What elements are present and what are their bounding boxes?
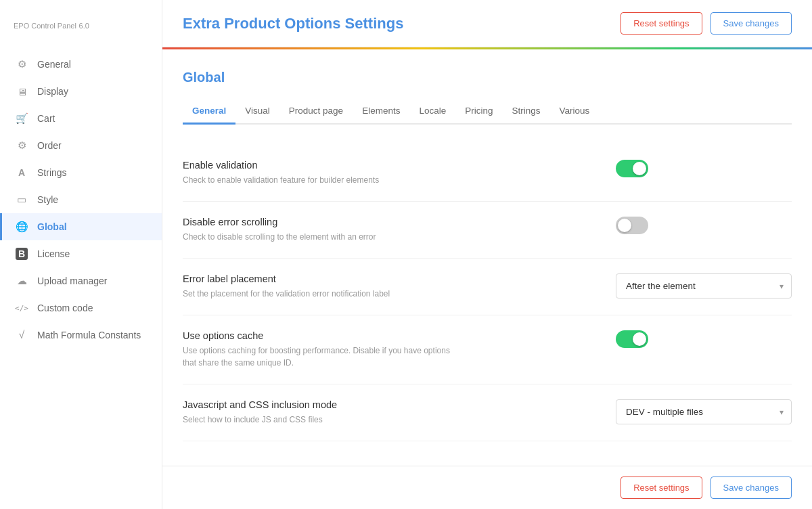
setting-control-enable-validation bbox=[616, 160, 792, 177]
setting-info-error-label-placement: Error label placement Set the placement … bbox=[183, 273, 602, 300]
sidebar-item-order[interactable]: ⚙ Order bbox=[0, 132, 162, 159]
setting-js-css-inclusion: Javascript and CSS inclusion mode Select… bbox=[183, 384, 792, 441]
license-icon: B bbox=[16, 248, 28, 260]
setting-info-js-css-inclusion: Javascript and CSS inclusion mode Select… bbox=[183, 399, 602, 426]
tab-product-page[interactable]: Product page bbox=[279, 99, 353, 125]
footer: Reset settings Save changes bbox=[162, 466, 812, 509]
tab-visual[interactable]: Visual bbox=[235, 99, 279, 125]
order-icon: ⚙ bbox=[16, 139, 28, 152]
setting-info-use-options-cache: Use options cache Use options caching fo… bbox=[183, 330, 602, 369]
sidebar-label-math: Math Formula Constants bbox=[37, 330, 141, 340]
save-changes-button-top[interactable]: Save changes bbox=[710, 12, 792, 35]
setting-enable-validation: Enable validation Check to enable valida… bbox=[183, 145, 792, 202]
section-title: Global bbox=[183, 70, 792, 85]
setting-control-error-label-placement: After the element Before the element Ins… bbox=[616, 273, 792, 298]
tabs-bar: General Visual Product page Elements Loc… bbox=[183, 99, 792, 125]
app-name: EPO Control Panel bbox=[14, 22, 76, 30]
header: Extra Product Options Settings Reset set… bbox=[162, 0, 812, 47]
content-area: Global General Visual Product page Eleme… bbox=[162, 49, 812, 466]
sidebar-label-upload: Upload manager bbox=[37, 275, 108, 286]
setting-label-disable-error-scrolling: Disable error scrolling bbox=[183, 217, 602, 227]
sidebar: EPO Control Panel 6.0 ⚙ General 🖥 Displa… bbox=[0, 0, 162, 509]
cart-icon: 🛒 bbox=[16, 112, 28, 125]
tab-general[interactable]: General bbox=[183, 99, 235, 125]
code-icon: </> bbox=[16, 302, 28, 314]
sidebar-item-license[interactable]: B License bbox=[0, 240, 162, 267]
sidebar-item-cart[interactable]: 🛒 Cart bbox=[0, 105, 162, 132]
select-wrapper-error-placement: After the element Before the element Ins… bbox=[616, 273, 792, 298]
setting-disable-error-scrolling: Disable error scrolling Check to disable… bbox=[183, 202, 792, 259]
setting-desc-error-label-placement: Set the placement for the validation err… bbox=[183, 288, 453, 300]
setting-desc-disable-error-scrolling: Check to disable scrolling to the elemen… bbox=[183, 231, 453, 243]
save-changes-button-bottom[interactable]: Save changes bbox=[710, 477, 792, 499]
toggle-use-options-cache[interactable] bbox=[616, 330, 648, 348]
tab-strings[interactable]: Strings bbox=[502, 99, 549, 125]
sidebar-item-upload-manager[interactable]: ☁ Upload manager bbox=[0, 267, 162, 294]
app-logo: EPO Control Panel 6.0 bbox=[0, 14, 162, 51]
sidebar-label-global: Global bbox=[37, 221, 67, 232]
tab-elements[interactable]: Elements bbox=[353, 99, 409, 125]
setting-control-disable-error-scrolling bbox=[616, 217, 792, 234]
setting-label-js-css-inclusion: Javascript and CSS inclusion mode bbox=[183, 399, 602, 410]
toggle-disable-error-scrolling[interactable] bbox=[616, 217, 648, 234]
monitor-icon: 🖥 bbox=[16, 85, 28, 97]
header-actions: Reset settings Save changes bbox=[621, 12, 792, 35]
setting-info-disable-error-scrolling: Disable error scrolling Check to disable… bbox=[183, 217, 602, 243]
select-js-css-inclusion[interactable]: DEV - multiple files PROD - single minif… bbox=[616, 399, 792, 424]
select-wrapper-js-css: DEV - multiple files PROD - single minif… bbox=[616, 399, 792, 424]
sidebar-label-strings: Strings bbox=[37, 167, 67, 178]
setting-error-label-placement: Error label placement Set the placement … bbox=[183, 259, 792, 315]
setting-desc-js-css-inclusion: Select how to include JS and CSS files bbox=[183, 414, 453, 426]
toggle-enable-validation[interactable] bbox=[616, 160, 648, 177]
style-icon: ▭ bbox=[16, 194, 28, 206]
setting-label-error-label-placement: Error label placement bbox=[183, 273, 602, 284]
setting-control-js-css-inclusion: DEV - multiple files PROD - single minif… bbox=[616, 399, 792, 424]
tab-locale[interactable]: Locale bbox=[409, 99, 455, 125]
sidebar-label-license: License bbox=[37, 248, 70, 259]
sidebar-item-math-formula[interactable]: √ Math Formula Constants bbox=[0, 322, 162, 349]
main-panel: Extra Product Options Settings Reset set… bbox=[162, 0, 812, 509]
sidebar-label-display: Display bbox=[37, 86, 68, 97]
sidebar-item-general[interactable]: ⚙ General bbox=[0, 51, 162, 78]
tab-pricing[interactable]: Pricing bbox=[455, 99, 502, 125]
sidebar-label-style: Style bbox=[37, 194, 58, 205]
page-title: Extra Product Options Settings bbox=[183, 15, 403, 32]
reset-settings-button-bottom[interactable]: Reset settings bbox=[621, 477, 702, 499]
upload-icon: ☁ bbox=[16, 275, 28, 287]
sidebar-item-strings[interactable]: A Strings bbox=[0, 159, 162, 186]
setting-control-use-options-cache bbox=[616, 330, 792, 348]
global-icon: 🌐 bbox=[16, 221, 28, 233]
setting-desc-enable-validation: Check to enable validation feature for b… bbox=[183, 174, 453, 186]
strings-icon: A bbox=[16, 167, 28, 179]
setting-label-enable-validation: Enable validation bbox=[183, 160, 602, 171]
app-version: 6.0 bbox=[79, 22, 89, 30]
sidebar-item-display[interactable]: 🖥 Display bbox=[0, 78, 162, 105]
math-icon: √ bbox=[16, 329, 28, 341]
setting-desc-use-options-cache: Use options caching for boosting perform… bbox=[183, 345, 453, 369]
sidebar-item-custom-code[interactable]: </> Custom code bbox=[0, 294, 162, 322]
setting-label-use-options-cache: Use options cache bbox=[183, 330, 602, 341]
sidebar-label-custom-code: Custom code bbox=[37, 303, 93, 313]
gear-icon: ⚙ bbox=[16, 58, 28, 70]
setting-use-options-cache: Use options cache Use options caching fo… bbox=[183, 315, 792, 384]
sidebar-item-global[interactable]: 🌐 Global bbox=[0, 213, 162, 240]
sidebar-label-general: General bbox=[37, 59, 71, 70]
sidebar-label-cart: Cart bbox=[37, 113, 55, 124]
select-error-label-placement[interactable]: After the element Before the element Ins… bbox=[616, 273, 792, 298]
setting-info-enable-validation: Enable validation Check to enable valida… bbox=[183, 160, 602, 186]
tab-various[interactable]: Various bbox=[550, 99, 600, 125]
sidebar-item-style[interactable]: ▭ Style bbox=[0, 186, 162, 213]
reset-settings-button-top[interactable]: Reset settings bbox=[621, 12, 702, 35]
sidebar-label-order: Order bbox=[37, 140, 62, 151]
